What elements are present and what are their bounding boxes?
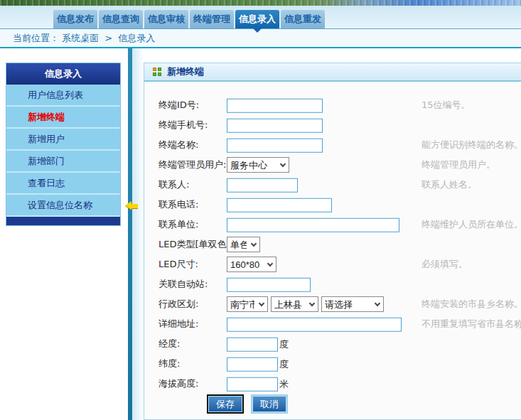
detail-address-input[interactable]: [227, 317, 402, 331]
led-size-control: 160*80: [227, 257, 279, 272]
breadcrumb-link-desktop[interactable]: 系统桌面: [62, 33, 99, 43]
detail-address-control: [227, 317, 402, 332]
sidebar-item-view-log[interactable]: 查看日志: [6, 173, 120, 195]
longitude-unit: 度: [279, 339, 289, 350]
terminal-phone-control: [227, 118, 323, 133]
breadcrumb-prefix: 当前位置：: [13, 33, 59, 43]
terminal-id-input[interactable]: [227, 98, 323, 112]
tab-info-query[interactable]: 信息查询: [99, 10, 143, 28]
tab-info-audit[interactable]: 信息审核: [144, 10, 188, 28]
form-row-led-type: LED类型[单双色]:单色: [144, 235, 521, 254]
form-row-terminal-admin-user: 终端管理员用户:服务中心终端管理员用户。: [144, 155, 521, 175]
content-area: 信息录入 用户信息列表新增终端新增用户新增部门查看日志设置信息位名称 新增终端 …: [0, 48, 521, 420]
latitude-label: 纬度:: [159, 357, 180, 370]
contact-person-hint: 联系人姓名。: [421, 178, 477, 191]
sidebar-item-add-department[interactable]: 新增部门: [6, 151, 120, 173]
tab-info-resend[interactable]: 信息重发: [281, 10, 325, 28]
admin-region-select-wrap: 南宁市: [227, 296, 268, 312]
terminal-name-control: [227, 138, 323, 153]
form-row-led-size: LED尺寸:160*80必须填写。: [144, 254, 521, 274]
form-row-terminal-id: 终端ID号:15位编号。: [144, 95, 521, 115]
module-grid-icon: [153, 68, 162, 77]
sidebar-footer-bar: [6, 217, 120, 225]
tab-terminal-manage[interactable]: 终端管理: [190, 10, 234, 28]
form-body: 终端ID号:15位编号。终端手机号:终端名称:能方便识别终端的名称。终端管理员用…: [144, 82, 521, 419]
form-panel: 新增终端 终端ID号:15位编号。终端手机号:终端名称:能方便识别终端的名称。终…: [144, 63, 521, 420]
contact-phone-input[interactable]: [227, 198, 332, 212]
contact-person-label: 联系人:: [159, 178, 189, 191]
breadcrumb-separator: >: [104, 33, 112, 43]
form-row-contact-person: 联系人:联系人姓名。: [144, 175, 521, 195]
sidebar-item-add-user[interactable]: 新增用户: [6, 129, 120, 151]
sidebar-item-add-terminal[interactable]: 新增终端: [6, 107, 120, 129]
longitude-input[interactable]: [227, 337, 278, 351]
terminal-id-control: [227, 98, 323, 113]
terminal-name-input[interactable]: [227, 138, 323, 152]
admin-region-label: 行政区划:: [159, 298, 198, 311]
cancel-button[interactable]: 取消: [252, 396, 286, 412]
sidebar-item-set-infobit-name[interactable]: 设置信息位名称: [6, 195, 120, 217]
panel-header: 新增终端: [144, 63, 521, 82]
form-row-altitude: 海拔高度:米: [144, 374, 521, 394]
sidebar-title: 信息录入: [6, 63, 120, 85]
altitude-input[interactable]: [227, 377, 278, 391]
led-type-select[interactable]: 单色: [227, 237, 260, 252]
admin-region-select-1[interactable]: 南宁市: [227, 296, 268, 312]
terminal-admin-user-select-wrap: 服务中心: [227, 157, 289, 173]
breadcrumb-current: 信息录入: [118, 33, 155, 43]
longitude-label: 经度:: [159, 338, 180, 350]
contact-phone-control: [227, 198, 332, 212]
form-row-admin-region: 行政区划:南宁市上林县请选择终端安装的市县乡名称。: [144, 294, 521, 314]
terminal-admin-user-label: 终端管理员用户:: [159, 158, 226, 171]
tab-info-publish[interactable]: 信息发布: [53, 10, 97, 28]
contact-org-control: [227, 217, 399, 232]
terminal-id-label: 终端ID号:: [159, 99, 199, 112]
detail-address-hint: 不用重复填写省市县名称。: [421, 318, 521, 330]
form-row-terminal-phone: 终端手机号:: [144, 115, 521, 135]
led-size-select[interactable]: 160*80: [227, 257, 276, 272]
led-size-select-wrap: 160*80: [227, 257, 276, 272]
save-button[interactable]: 保存: [208, 396, 242, 412]
linked-auto-station-label: 关联自动站:: [159, 278, 208, 291]
admin-region-control: 南宁市上林县请选择: [227, 296, 387, 312]
contact-person-input[interactable]: [227, 178, 298, 192]
panel-divider: [128, 48, 132, 420]
form-row-latitude: 纬度:度: [144, 354, 521, 374]
tab-info-entry[interactable]: 信息录入: [235, 10, 279, 28]
form-row-detail-address: 详细地址:不用重复填写省市县名称。: [144, 314, 521, 334]
terminal-name-label: 终端名称:: [159, 139, 198, 151]
led-size-hint: 必须填写。: [421, 258, 468, 271]
terminal-phone-input[interactable]: [227, 118, 323, 132]
contact-org-label: 联系单位:: [159, 218, 198, 231]
led-type-label: LED类型[单双色]:: [159, 238, 233, 251]
admin-region-hint: 终端安装的市县乡名称。: [421, 298, 521, 311]
contact-phone-label: 联系电话:: [159, 198, 198, 211]
form-row-contact-org: 联系单位:终端维护人员所在单位。: [144, 215, 521, 235]
page: 信息发布信息查询信息审核终端管理信息录入信息重发 当前位置： 系统桌面 > 信息…: [0, 0, 521, 420]
linked-auto-station-input[interactable]: [227, 277, 311, 291]
longitude-control: 度: [227, 337, 289, 352]
altitude-control: 米: [227, 377, 289, 392]
terminal-admin-user-hint: 终端管理员用户。: [421, 158, 495, 171]
admin-region-select-2[interactable]: 上林县: [271, 296, 318, 312]
latitude-input[interactable]: [227, 357, 278, 371]
terminal-name-hint: 能方便识别终端的名称。: [421, 139, 521, 151]
form-actions: 保存 取消: [144, 396, 521, 419]
contact-org-input[interactable]: [227, 217, 399, 232]
form-row-linked-auto-station: 关联自动站:: [144, 274, 521, 294]
contact-person-control: [227, 178, 298, 193]
terminal-admin-user-select[interactable]: 服务中心: [227, 157, 289, 173]
led-size-label: LED尺寸:: [159, 258, 198, 271]
latitude-unit: 度: [279, 359, 289, 370]
terminal-id-hint: 15位编号。: [421, 99, 471, 112]
form-row-longitude: 经度:度: [144, 334, 521, 354]
admin-region-select-wrap: 请选择: [321, 296, 384, 312]
form-row-terminal-name: 终端名称:能方便识别终端的名称。: [144, 135, 521, 155]
admin-region-select-3[interactable]: 请选择: [321, 296, 384, 312]
contact-org-hint: 终端维护人员所在单位。: [421, 218, 521, 231]
sidebar: 信息录入 用户信息列表新增终端新增用户新增部门查看日志设置信息位名称: [6, 63, 121, 226]
linked-auto-station-control: [227, 277, 311, 292]
sidebar-menu: 用户信息列表新增终端新增用户新增部门查看日志设置信息位名称: [6, 85, 120, 217]
collapse-arrow-icon[interactable]: [125, 201, 139, 210]
sidebar-item-user-info-list[interactable]: 用户信息列表: [6, 85, 120, 107]
